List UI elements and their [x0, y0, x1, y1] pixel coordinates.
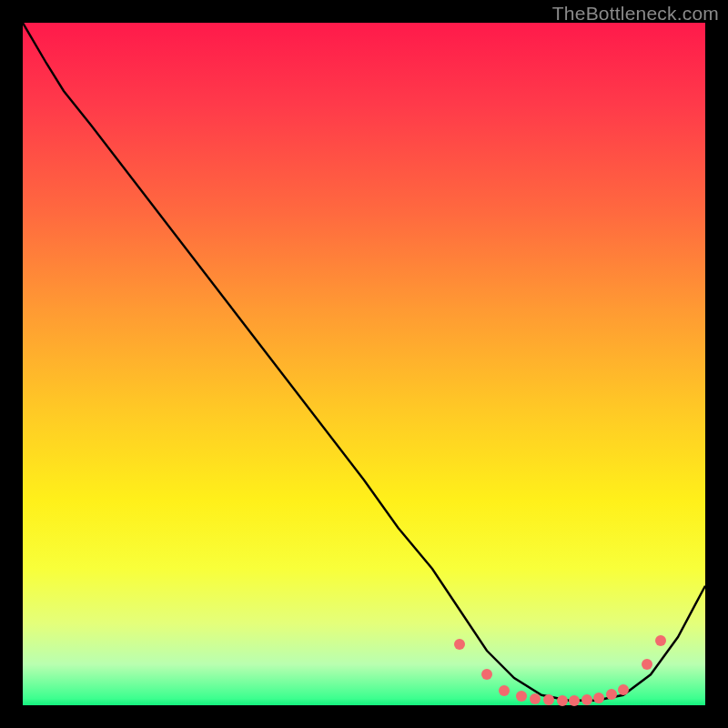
chart-stage: TheBottleneck.com: [0, 0, 728, 728]
bottleneck-curve: [23, 23, 705, 701]
curve-marker: [618, 684, 629, 695]
curve-marker: [655, 635, 666, 646]
plot-area: [23, 23, 705, 705]
curve-marker: [569, 695, 580, 706]
curve-marker: [606, 689, 617, 700]
curve-marker: [543, 694, 554, 705]
curve-marker: [454, 639, 465, 650]
curve-marker: [530, 693, 541, 704]
curve-marker: [593, 693, 604, 703]
curve-marker: [581, 694, 592, 705]
curve-marker: [499, 685, 510, 696]
curve-marker: [557, 695, 568, 706]
watermark-text: TheBottleneck.com: [552, 3, 719, 25]
curve-layer: [23, 23, 705, 705]
curve-marker: [516, 691, 527, 702]
